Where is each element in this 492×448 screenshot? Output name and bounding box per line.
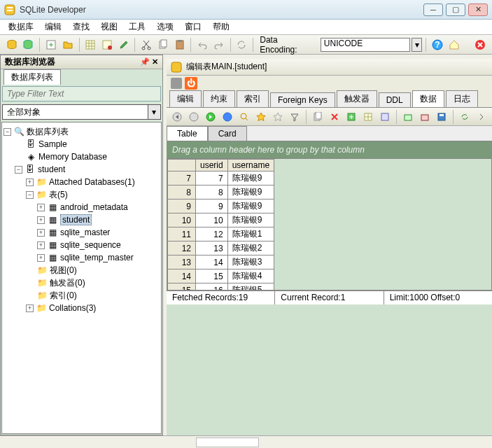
row-num[interactable]: 15 bbox=[168, 284, 196, 291]
table-row[interactable]: 88陈瑞银9 bbox=[168, 186, 274, 200]
tb-undo-icon[interactable] bbox=[195, 37, 210, 52]
tab-ddl[interactable]: DDL bbox=[379, 92, 411, 107]
cell-username[interactable]: 陈瑞银5 bbox=[227, 284, 274, 291]
refresh2-icon[interactable] bbox=[457, 109, 472, 125]
tree-toggle[interactable]: + bbox=[37, 204, 45, 211]
nav-first-icon[interactable] bbox=[169, 109, 185, 125]
tb-table2-icon[interactable] bbox=[99, 37, 115, 52]
col-username[interactable]: username bbox=[227, 160, 274, 172]
tree-sample[interactable]: Sample bbox=[38, 139, 67, 149]
tree-toggle[interactable]: − bbox=[15, 166, 22, 174]
grid-icon[interactable] bbox=[360, 109, 376, 125]
tree-student-db[interactable]: student bbox=[38, 164, 65, 174]
row-num[interactable]: 8 bbox=[168, 186, 196, 200]
tb-table-icon[interactable] bbox=[83, 37, 99, 52]
cell-username[interactable]: 陈瑞银9 bbox=[227, 186, 274, 200]
tb-home-icon[interactable] bbox=[447, 37, 462, 52]
rownum-header[interactable] bbox=[168, 160, 196, 172]
tree-t-student[interactable]: student bbox=[60, 214, 92, 225]
tree-t-android[interactable]: android_metadata bbox=[60, 202, 128, 212]
data-grid[interactable]: userid username 77陈瑞银988陈瑞银999陈瑞银91010陈瑞… bbox=[167, 158, 492, 290]
tree-root[interactable]: 数据库列表 bbox=[27, 126, 69, 138]
cell-username[interactable]: 陈瑞银2 bbox=[227, 241, 274, 255]
cell-username[interactable]: 陈瑞银1 bbox=[227, 227, 274, 241]
tree-toggle[interactable]: + bbox=[37, 241, 45, 249]
tree-toggle[interactable]: − bbox=[3, 128, 11, 136]
tb-db-icon[interactable] bbox=[4, 37, 20, 52]
row-num[interactable]: 12 bbox=[168, 241, 196, 255]
menu-edit[interactable]: 编辑 bbox=[41, 20, 66, 34]
tree-triggers[interactable]: 触发器(0) bbox=[50, 277, 85, 289]
cell-userid[interactable]: 10 bbox=[196, 214, 228, 227]
tree-toggle[interactable]: + bbox=[26, 178, 34, 186]
tree-tables[interactable]: 表(5) bbox=[49, 189, 68, 201]
table-row[interactable]: 1112陈瑞银1 bbox=[168, 227, 274, 241]
cell-userid[interactable]: 8 bbox=[196, 186, 228, 200]
tree-t-master[interactable]: sqlite_master bbox=[60, 227, 110, 237]
filter-icon[interactable] bbox=[287, 109, 302, 125]
table-row[interactable]: 1010陈瑞银9 bbox=[168, 214, 274, 227]
tab-constraints[interactable]: 约束 bbox=[203, 90, 235, 107]
import-icon[interactable] bbox=[417, 109, 433, 125]
table-row[interactable]: 1415陈瑞银4 bbox=[168, 270, 274, 284]
star-icon[interactable] bbox=[253, 109, 269, 125]
tb-cut-icon[interactable] bbox=[139, 37, 154, 52]
cell-userid[interactable]: 12 bbox=[196, 227, 228, 241]
power-icon[interactable]: ⏻ bbox=[185, 77, 197, 90]
menu-find[interactable]: 查找 bbox=[69, 20, 94, 34]
tb-copy-icon[interactable] bbox=[155, 37, 171, 52]
db-tree[interactable]: −🔍数据库列表 🗄Sample ◈Memory Database −🗄stude… bbox=[1, 122, 162, 434]
table-row[interactable]: 1516陈瑞银5 bbox=[168, 284, 274, 291]
save-icon[interactable] bbox=[434, 109, 449, 125]
maximize-button[interactable]: ▢ bbox=[446, 4, 465, 16]
nav-prev-icon[interactable] bbox=[186, 109, 202, 125]
row-num[interactable]: 9 bbox=[168, 200, 196, 214]
export-icon[interactable] bbox=[400, 109, 416, 125]
cell-userid[interactable]: 9 bbox=[196, 200, 228, 214]
tab-log[interactable]: 日志 bbox=[446, 90, 478, 107]
tree-memdb[interactable]: Memory Database bbox=[38, 152, 107, 162]
tree-t-seq[interactable]: sqlite_sequence bbox=[60, 240, 121, 250]
find-icon[interactable] bbox=[237, 109, 252, 125]
cell-userid[interactable]: 15 bbox=[196, 270, 228, 284]
encoding-select[interactable]: UNICODE bbox=[321, 38, 410, 52]
copy-icon[interactable] bbox=[310, 109, 325, 125]
grid2-icon[interactable] bbox=[377, 109, 393, 125]
table-row[interactable]: 1314陈瑞银3 bbox=[168, 255, 274, 270]
row-num[interactable]: 7 bbox=[168, 172, 196, 186]
tab-edit[interactable]: 编辑 bbox=[169, 90, 202, 107]
menu-help[interactable]: 帮助 bbox=[209, 20, 234, 34]
tree-indexes[interactable]: 索引(0) bbox=[50, 290, 77, 302]
star-outline-icon[interactable] bbox=[270, 109, 286, 125]
menu-options[interactable]: 选项 bbox=[153, 20, 178, 34]
view-tab-table[interactable]: Table bbox=[167, 126, 208, 141]
filter-input[interactable] bbox=[2, 86, 161, 102]
pin-icon[interactable]: 📌 ✕ bbox=[140, 57, 158, 66]
cell-userid[interactable]: 16 bbox=[196, 284, 228, 291]
tb-stop-icon[interactable] bbox=[472, 37, 488, 52]
cell-username[interactable]: 陈瑞银9 bbox=[227, 200, 274, 214]
close-button[interactable]: ✕ bbox=[468, 4, 488, 16]
row-num[interactable]: 10 bbox=[168, 214, 196, 227]
tree-toggle[interactable]: + bbox=[37, 229, 45, 237]
cell-userid[interactable]: 7 bbox=[196, 172, 228, 186]
nav-next-icon[interactable] bbox=[203, 109, 218, 125]
tab-triggers[interactable]: 触发器 bbox=[337, 90, 377, 107]
col-userid[interactable]: userid bbox=[196, 160, 228, 172]
tb-refresh-icon[interactable] bbox=[234, 37, 250, 52]
tb-open-icon[interactable] bbox=[60, 37, 76, 52]
table-row[interactable]: 77陈瑞银9 bbox=[168, 172, 274, 186]
tab-indexes[interactable]: 索引 bbox=[237, 90, 269, 107]
row-num[interactable]: 14 bbox=[168, 270, 196, 284]
cell-username[interactable]: 陈瑞银4 bbox=[227, 270, 274, 284]
tree-toggle[interactable]: + bbox=[37, 254, 45, 262]
table-row[interactable]: 99陈瑞银9 bbox=[168, 200, 274, 214]
chevron-right-icon[interactable] bbox=[474, 109, 489, 125]
add-icon[interactable] bbox=[344, 109, 359, 125]
cell-username[interactable]: 陈瑞银9 bbox=[227, 214, 274, 227]
tb-db2-icon[interactable] bbox=[21, 37, 36, 52]
cell-userid[interactable]: 14 bbox=[196, 255, 228, 270]
cell-username[interactable]: 陈瑞银3 bbox=[227, 255, 274, 270]
tb-help-icon[interactable]: ? bbox=[430, 37, 445, 52]
row-num[interactable]: 13 bbox=[168, 255, 196, 270]
